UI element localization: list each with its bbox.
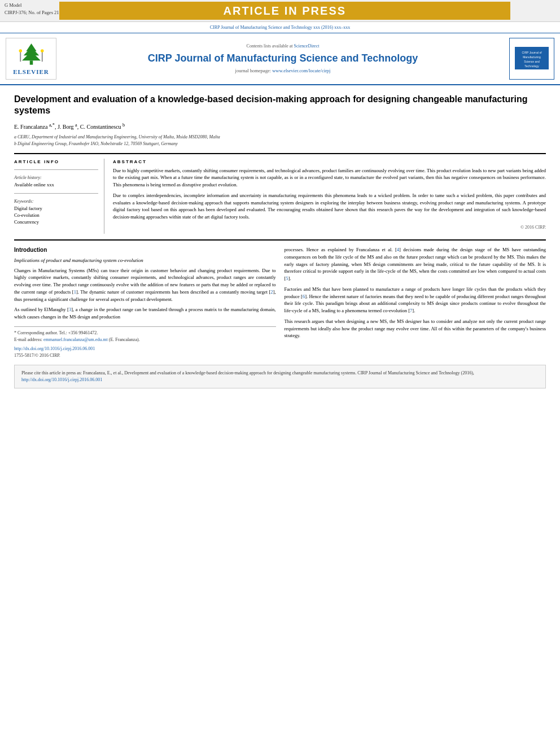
abstract-section: ABSTRACT Due to highly competitive marke… [113, 159, 546, 234]
corner-logo: CIRP Journal of Manufacturing Science an… [509, 38, 554, 79]
sup-a2: a [75, 122, 77, 127]
keyword-3: Concurrency [14, 219, 98, 226]
abstract-p1: Due to highly competitive markets, const… [113, 167, 546, 189]
svg-marker-3 [22, 51, 41, 60]
keywords-label: Keywords: [14, 198, 98, 204]
citation-box: Please cite this article in press as: Fr… [14, 365, 546, 388]
main-content: Development and evaluation of a knowledg… [0, 85, 560, 394]
svg-text:Science and: Science and [524, 60, 540, 63]
g-model-label: G Model [5, 2, 59, 9]
email-name: (E. Francalanza). [109, 337, 140, 342]
keywords-list: Digital factory Co-evolution Concurrency [14, 206, 98, 226]
citation-text: Please cite this article in press as: Fr… [21, 370, 474, 375]
corresponding-author: * Corresponding author. Tel.: +356 99461… [14, 330, 276, 337]
keyword-2: Co-evolution [14, 212, 98, 219]
elsevier-wordmark: ELSEVIER [13, 68, 49, 76]
top-banner: G Model CIRPJ-376; No. of Pages 21 ARTIC… [0, 0, 560, 22]
svg-rect-6 [41, 51, 42, 62]
journal-bar: CIRP Journal of Manufacturing Science an… [0, 22, 560, 33]
subsection-heading: Implications of product and manufacturin… [14, 257, 276, 264]
journal-title: CIRP Journal of Manufacturing Science an… [62, 52, 504, 65]
abstract-p2: Due to complex interdependencies, incomp… [113, 192, 546, 221]
elsevier-logo: ELSEVIER [6, 38, 56, 79]
divider-thick2 [14, 239, 546, 241]
contents-line: Contents lists available at ScienceDirec… [62, 43, 504, 49]
cirpj-label: CIRPJ-376; No. of Pages 21 [5, 9, 59, 16]
body-para-1: Changes in Manufacturing Systems (MSs) c… [14, 267, 276, 303]
introduction-heading: Introduction [14, 246, 276, 254]
sciencedirect-link[interactable]: ScienceDirect [294, 43, 320, 49]
ref-2[interactable]: 2 [270, 289, 273, 295]
body-section: Introduction Implications of product and… [14, 246, 546, 359]
sup-b: b [123, 122, 125, 127]
info-divider [14, 169, 98, 170]
info-abstract-section: ARTICLE INFO Article history: Available … [14, 159, 546, 234]
corner-logo-icon: CIRP Journal of Manufacturing Science an… [515, 47, 549, 69]
journal-homepage: journal homepage: www.elsevier.com/locat… [62, 68, 504, 75]
svg-rect-0 [29, 61, 33, 65]
article-info-column: ARTICLE INFO Article history: Available … [14, 159, 104, 234]
homepage-label: journal homepage: [235, 68, 272, 73]
divider-thick [14, 153, 546, 154]
footnote-section: * Corresponding author. Tel.: +356 99461… [14, 326, 276, 359]
sup-a: a,* [49, 122, 55, 127]
body-para-5: This research argues that when designing… [285, 318, 546, 339]
article-history-label: Article history: [14, 174, 98, 181]
journal-citation: CIRP Journal of Manufacturing Science an… [210, 25, 351, 30]
body-col-left: Introduction Implications of product and… [14, 246, 276, 359]
body-para-3: processes. Hence as explained by Francal… [285, 246, 546, 282]
citation-doi[interactable]: http://dx.doi.org/10.1016/j.cirpj.2016.0… [21, 377, 102, 382]
header-section: ELSEVIER Contents lists available at Sci… [0, 33, 560, 85]
article-title: Development and evaluation of a knowledg… [14, 94, 546, 117]
issn-line: 1755-5817/© 2016 CIRP. [14, 352, 276, 359]
header-center: Contents lists available at ScienceDirec… [62, 38, 504, 79]
affiliation-a: a CERU, Department of Industrial and Man… [14, 134, 546, 141]
available-online: Available online xxx [14, 182, 98, 189]
keyword-1: Digital factory [14, 206, 98, 212]
affiliations: a CERU, Department of Industrial and Man… [14, 134, 546, 147]
email-label: E-mail address: [14, 337, 42, 342]
info-divider2 [14, 193, 98, 194]
svg-rect-4 [20, 51, 21, 62]
svg-text:CIRP Journal of: CIRP Journal of [522, 51, 542, 54]
copyright: © 2016 CIRP. [113, 224, 546, 230]
article-in-press-banner: ARTICLE IN PRESS [59, 2, 510, 20]
authors: E. Francalanza a,*, J. Borg a, C. Consta… [14, 121, 546, 130]
email-link[interactable]: emmanuel.francalanza@um.edu.mt [43, 337, 108, 342]
body-para-2: As outlined by ElMaraghy [3], a change i… [14, 306, 276, 321]
author-names: E. Francalanza a,*, J. Borg a, C. Consta… [14, 124, 125, 130]
ref-1[interactable]: 1 [74, 289, 76, 295]
svg-point-5 [19, 49, 22, 53]
ref-4[interactable]: 4 [397, 247, 399, 252]
svg-text:Manufacturing: Manufacturing [523, 55, 541, 59]
abstract-heading: ABSTRACT [113, 159, 546, 165]
email-line: E-mail address: emmanuel.francalanza@um.… [14, 337, 276, 343]
body-para-4: Factories and MSs that have been planned… [285, 286, 546, 314]
affiliation-b: b Digital Engineering Group, Fraunhofer … [14, 141, 546, 147]
abstract-text: Due to highly competitive markets, const… [113, 167, 546, 221]
model-info: G Model CIRPJ-376; No. of Pages 21 [5, 2, 59, 16]
svg-text:Technology: Technology [524, 64, 539, 68]
body-col-right: processes. Hence as explained by Francal… [285, 246, 546, 359]
article-info-heading: ARTICLE INFO [14, 159, 98, 165]
elsevier-tree-icon [16, 41, 47, 66]
doi-link[interactable]: http://dx.doi.org/10.1016/j.cirpj.2016.0… [14, 346, 95, 351]
contents-available-text: Contents lists available at [247, 43, 293, 49]
ref-7[interactable]: 7 [410, 308, 412, 313]
ref-6[interactable]: 6 [303, 294, 305, 299]
homepage-url[interactable]: www.elsevier.com/locate/cirpj [272, 68, 330, 73]
ref-5[interactable]: 5 [286, 276, 288, 281]
svg-point-7 [41, 49, 44, 53]
ref-3[interactable]: 3 [69, 307, 71, 312]
